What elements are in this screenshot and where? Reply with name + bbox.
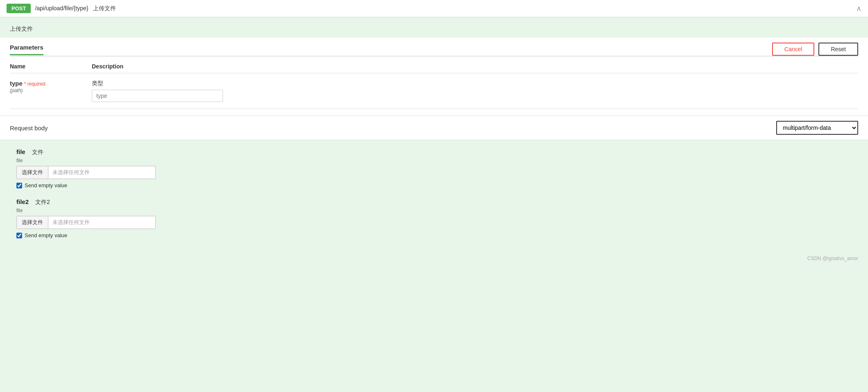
file-field-name-file2: file2 xyxy=(16,198,29,205)
file-placeholder-file2: 未选择任何文件 xyxy=(48,216,94,229)
file-input-row-file: 选择文件 未选择任何文件 xyxy=(16,166,156,179)
footer-watermark: CSDN @ignativs_amor xyxy=(0,252,868,265)
send-empty-row-file: Send empty value xyxy=(16,182,858,188)
send-empty-label-file2: Send empty value xyxy=(25,232,67,238)
param-desc-type: 类型 xyxy=(92,80,858,87)
method-badge: POST xyxy=(7,4,31,13)
cancel-button[interactable]: Cancel xyxy=(772,43,815,56)
choose-file-button-file2[interactable]: 选择文件 xyxy=(17,216,48,229)
api-header: POST /api/upload/file/{type} 上传文件 ∧ xyxy=(0,0,868,17)
file-field-name-file: file xyxy=(16,148,25,155)
tab-parameters[interactable]: Parameters xyxy=(10,44,43,55)
param-table-header: Name Description xyxy=(10,63,858,73)
request-body-header: Request body multipart/form-data applica… xyxy=(0,116,868,140)
tab-bar: Parameters Cancel Reset xyxy=(10,38,858,57)
send-empty-checkbox-file[interactable] xyxy=(16,183,22,188)
file-type-label-file: file xyxy=(16,158,858,163)
send-empty-label-file: Send empty value xyxy=(25,182,67,188)
watermark-text: CSDN @ignativs_amor xyxy=(807,256,858,261)
file-row-file-header: file 文件 xyxy=(16,148,858,156)
collapse-icon[interactable]: ∧ xyxy=(856,4,861,13)
tab-actions: Cancel Reset xyxy=(772,43,858,56)
param-table: Name Description type * required (path) … xyxy=(10,63,858,109)
api-path: /api/upload/file/{type} 上传文件 xyxy=(35,5,116,12)
param-row-type: type * required (path) 类型 xyxy=(10,73,858,109)
file-section: file 文件 file 选择文件 未选择任何文件 Send empty val… xyxy=(0,140,868,252)
file-placeholder-file: 未选择任何文件 xyxy=(48,166,94,179)
file-field-desc-file: 文件 xyxy=(32,149,43,156)
parameters-section: Parameters Cancel Reset Name Description… xyxy=(0,38,868,116)
param-input-type[interactable] xyxy=(92,90,223,102)
file-row-file: file 文件 file 选择文件 未选择任何文件 Send empty val… xyxy=(16,148,858,188)
request-body-label: Request body xyxy=(10,125,48,131)
choose-file-button-file[interactable]: 选择文件 xyxy=(17,166,48,179)
param-desc-cell-type: 类型 xyxy=(92,80,858,102)
file-row-file2-header: file2 文件2 xyxy=(16,198,858,206)
header-left: POST /api/upload/file/{type} 上传文件 xyxy=(7,4,116,13)
param-name-type: type * required xyxy=(10,80,92,87)
required-badge: * required xyxy=(24,81,45,87)
col-desc-header: Description xyxy=(92,63,858,70)
file-input-row-file2: 选择文件 未选择任何文件 xyxy=(16,216,156,229)
send-empty-row-file2: Send empty value xyxy=(16,232,858,238)
param-name-cell-type: type * required (path) xyxy=(10,80,92,93)
file-type-label-file2: file xyxy=(16,208,858,213)
file-row-file2: file2 文件2 file 选择文件 未选择任何文件 Send empty v… xyxy=(16,198,858,238)
description-text: 上传文件 xyxy=(10,25,33,32)
send-empty-checkbox-file2[interactable] xyxy=(16,233,22,238)
param-location-type: (path) xyxy=(10,88,92,93)
content-type-select[interactable]: multipart/form-data application/json xyxy=(776,121,858,135)
reset-button[interactable]: Reset xyxy=(818,43,858,56)
col-name-header: Name xyxy=(10,63,92,70)
description-section: 上传文件 xyxy=(0,17,868,38)
file-field-desc-file2: 文件2 xyxy=(35,199,50,206)
